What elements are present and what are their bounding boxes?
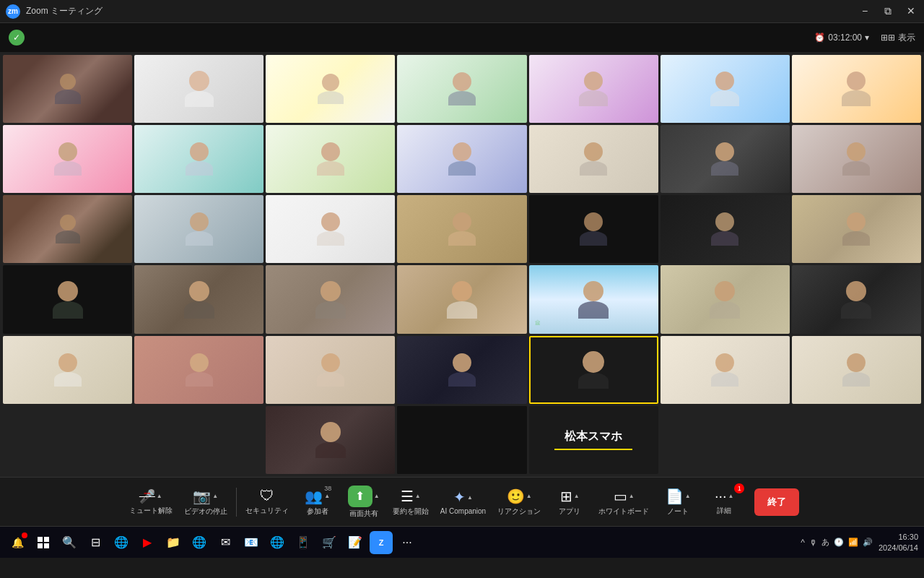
more-badge: 1 [734,483,744,493]
system-clock[interactable]: 16:30 2024/06/14 [879,532,918,553]
maximize-button[interactable]: ⧉ [881,5,895,17]
video-cell-38[interactable] [266,406,395,474]
security-button[interactable]: 🛡 セキュリティ [241,482,293,522]
title-bar-controls: − ⧉ ✕ [858,5,918,17]
ai-chevron[interactable]: ▲ [467,494,473,501]
video-cell-10[interactable] [266,125,395,193]
video-cell-32[interactable] [397,336,526,404]
video-cell-26[interactable]: 🏛 [529,265,658,333]
video-cell-22[interactable] [3,265,132,333]
video-cell-name-card[interactable]: 松本スマホ [529,406,658,474]
video-cell-17[interactable] [266,195,395,263]
minimize-button[interactable]: − [858,5,872,17]
apps-button[interactable]: ⊞ ▲ アプリ [548,482,591,522]
taskbar-app6-icon[interactable]: 📝 [344,531,367,554]
tray-chevron-icon[interactable]: ^ [801,538,805,548]
video-cell-11[interactable] [397,125,526,193]
end-meeting-button[interactable]: 終了 [754,488,799,516]
name-underline [554,449,632,450]
whiteboard-label: ホワイトボード [598,506,649,517]
apps-chevron[interactable]: ▲ [574,493,580,499]
taskbar-youtube-icon[interactable]: ▶ [136,531,159,554]
video-cell-20[interactable] [661,195,790,263]
taskbar-edge-icon[interactable]: 🌐 [110,531,133,554]
video-cell-4[interactable] [397,55,526,123]
video-cell-41[interactable] [661,406,790,474]
video-cell-21[interactable] [792,195,921,263]
timer-chevron[interactable]: ▾ [865,33,869,43]
video-cell-31[interactable] [266,336,395,404]
taskbar-start-icon[interactable] [32,531,55,554]
video-cell-18[interactable] [397,195,526,263]
video-cell-23[interactable] [134,265,263,333]
more-button[interactable]: 1 ··· ▲ 詳細 [702,482,746,522]
video-cell-24[interactable] [266,265,395,333]
ai-companion-button[interactable]: ✦ ▲ AI Companion [436,482,490,522]
notes-chevron[interactable]: ▲ [685,493,691,499]
taskbar-more-apps-icon[interactable]: ··· [396,531,419,554]
more-chevron[interactable]: ▲ [728,493,734,499]
video-cell-34[interactable] [661,336,790,404]
video-cell-25[interactable] [397,265,526,333]
video-button[interactable]: 📷 ▲ ビデオの停止 [180,482,232,522]
video-cell-39[interactable] [397,406,526,474]
close-button[interactable]: ✕ [904,5,918,17]
taskbar-taskview-icon[interactable]: ⊟ [84,531,107,554]
video-cell-42[interactable] [792,406,921,474]
taskbar-app2-icon[interactable]: 📧 [240,531,263,554]
video-cell-19[interactable] [529,195,658,263]
reaction-button[interactable]: 🙂 ▲ リアクション [493,482,545,522]
video-cell-7[interactable] [792,55,921,123]
video-cell-9[interactable] [134,125,263,193]
clock-time: 16:30 [879,532,918,542]
video-cell-27[interactable] [661,265,790,333]
reaction-label: リアクション [497,506,541,517]
svg-rect-1 [44,537,49,542]
video-cell-3[interactable] [266,55,395,123]
taskbar-app4-icon[interactable]: 📱 [292,531,315,554]
taskbar-chrome-icon[interactable]: 🌐 [188,531,211,554]
participants-chevron[interactable]: ▲ [324,493,330,499]
video-cell-5[interactable] [529,55,658,123]
video-cell-36[interactable] [3,406,132,474]
whiteboard-chevron[interactable]: ▲ [629,493,635,499]
security-label: セキュリティ [245,506,289,516]
video-cell-14[interactable] [792,125,921,193]
taskbar-app5-icon[interactable]: 🛒 [318,531,341,554]
view-label: 表示 [898,32,915,44]
video-cell-8[interactable] [3,125,132,193]
taskbar-zoom-icon[interactable]: Z [370,531,393,554]
video-cell-16[interactable] [134,195,263,263]
view-button[interactable]: ⊞⊞ 表示 [881,32,915,44]
taskbar-search-icon[interactable]: 🔍 [58,531,81,554]
toolbar-left: ✓ [9,30,25,46]
video-cell-6[interactable] [661,55,790,123]
video-cell-29[interactable] [3,336,132,404]
video-cell-12[interactable] [529,125,658,193]
video-cell-highlighted[interactable] [529,336,658,404]
video-cell-37[interactable] [134,406,263,474]
summary-chevron[interactable]: ▲ [415,493,421,499]
video-cell-30[interactable] [134,336,263,404]
taskbar-notification-icon[interactable]: 🔔 [6,531,29,554]
taskbar-app3-icon[interactable]: 🌐 [266,531,289,554]
video-cell-35[interactable] [792,336,921,404]
video-cell-1[interactable] [3,55,132,123]
video-chevron[interactable]: ▲ [212,493,218,499]
reaction-chevron[interactable]: ▲ [526,493,532,499]
share-button[interactable]: ⬆ ▲ 画面共有 [342,482,385,522]
video-cell-28[interactable] [792,265,921,333]
video-cell-15[interactable] [3,195,132,263]
share-chevron[interactable]: ▲ [374,493,380,499]
video-cell-13[interactable] [661,125,790,193]
mute-button[interactable]: 🎤 ⁻ ▲ ミュート解除 [125,482,177,522]
taskbar-files-icon[interactable]: 📁 [162,531,185,554]
whiteboard-button[interactable]: ▭ ▲ ホワイトボード [594,482,653,522]
video-cell-2[interactable] [134,55,263,123]
taskbar-left: 🔔 🔍 ⊟ 🌐 ▶ 📁 🌐 ✉ 📧 🌐 📱 🛒 [6,531,419,554]
mute-chevron[interactable]: ▲ [157,493,162,499]
notes-button[interactable]: 📄 ▲ ノート [656,482,699,522]
participants-button[interactable]: 👥38 ▲ 参加者 [296,482,339,522]
taskbar-app1-icon[interactable]: ✉ [214,531,237,554]
summary-button[interactable]: ☰ ▲ 要約を開始 [388,482,433,522]
